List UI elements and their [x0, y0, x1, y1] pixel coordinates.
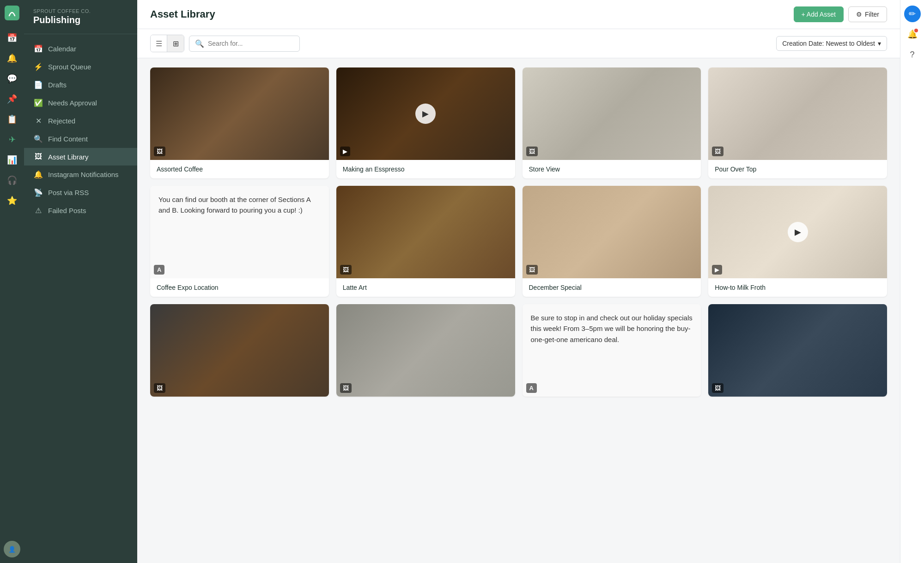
asset-type-badge: 🖼 [712, 383, 723, 393]
header-actions: + Add Asset ⚙ Filter [794, 6, 887, 22]
play-button[interactable]: ▶ [415, 104, 436, 124]
nav-notifications-icon[interactable]: 🔔 [4, 50, 20, 67]
sort-dropdown[interactable]: Creation Date: Newest to Oldest ▾ [776, 36, 887, 51]
help-icon[interactable]: ? [904, 46, 921, 63]
sidebar-item-label-calendar: Calendar [48, 45, 76, 53]
asset-image: 🖼 [708, 304, 887, 397]
asset-type-badge: 🖼 [712, 147, 723, 156]
sidebar-nav: 📅Calendar⚡Sprout Queue📄Drafts✅Needs Appr… [24, 34, 137, 225]
sidebar-item-icon-post-via-rss: 📡 [33, 188, 43, 197]
sidebar-item-label-find-content: Find Content [48, 135, 88, 143]
asset-image: 🖼 [336, 186, 515, 278]
asset-card[interactable]: 🖼 [336, 304, 515, 397]
search-box[interactable]: 🔍 [189, 36, 300, 52]
sidebar-item-calendar[interactable]: 📅Calendar [24, 40, 137, 58]
page-title: Asset Library [150, 8, 215, 20]
main-header: Asset Library + Add Asset ⚙ Filter [137, 0, 900, 29]
sidebar-item-icon-needs-approval: ✅ [33, 98, 43, 107]
sidebar-item-icon-rejected: ✕ [33, 116, 43, 125]
asset-card[interactable]: You can find our booth at the corner of … [150, 186, 329, 297]
sidebar-item-label-post-via-rss: Post via RSS [48, 189, 89, 196]
text-content: You can find our booth at the corner of … [158, 194, 321, 216]
sidebar-item-label-needs-approval: Needs Approval [48, 99, 97, 107]
add-asset-button[interactable]: + Add Asset [794, 6, 844, 22]
nav-send-icon[interactable]: ✈ [4, 131, 20, 148]
sidebar-item-icon-failed-posts: ⚠ [33, 206, 43, 215]
right-panel: ✏ 🔔 ? [900, 0, 924, 563]
sidebar-item-icon-find-content: 🔍 [33, 135, 43, 143]
sidebar-item-label-sprout-queue: Sprout Queue [48, 63, 91, 71]
asset-type-badge: 🖼 [154, 383, 165, 393]
nav-tasks-icon[interactable]: 📋 [4, 111, 20, 128]
asset-title: Latte Art [336, 278, 515, 297]
sidebar: Sprout Coffee Co. Publishing 📅Calendar⚡S… [24, 0, 137, 563]
nav-analytics-icon[interactable]: 📊 [4, 152, 20, 168]
filter-button[interactable]: ⚙ Filter [848, 6, 887, 22]
sidebar-item-icon-instagram-notifications: 🔔 [33, 170, 43, 179]
sidebar-item-label-instagram-notifications: Instagram Notifications [48, 171, 119, 178]
sidebar-item-instagram-notifications[interactable]: 🔔Instagram Notifications [24, 165, 137, 184]
asset-type-badge: 🖼 [526, 147, 538, 156]
sidebar-item-sprout-queue[interactable]: ⚡Sprout Queue [24, 58, 137, 76]
asset-title: Pour Over Top [708, 160, 887, 178]
sidebar-item-asset-library[interactable]: 🖼Asset Library [24, 148, 137, 165]
asset-type-badge: ▶ [340, 147, 350, 156]
sidebar-item-icon-asset-library: 🖼 [33, 153, 43, 161]
asset-card[interactable]: 🖼 Store View [523, 67, 701, 178]
asset-image: 🖼 [150, 67, 329, 160]
asset-image: 🖼 [523, 67, 701, 160]
user-avatar[interactable]: 👤 [4, 541, 20, 557]
asset-card[interactable]: 🖼 Latte Art [336, 186, 515, 297]
sidebar-item-icon-calendar: 📅 [33, 44, 43, 53]
chevron-down-icon: ▾ [878, 40, 881, 47]
asset-card[interactable]: 🖼 Assorted Coffee [150, 67, 329, 178]
nav-listening-icon[interactable]: 🎧 [4, 172, 20, 189]
icon-bar: 📅 🔔 💬 📌 📋 ✈ 📊 🎧 ⭐ 👤 [0, 0, 24, 563]
company-name: Sprout Coffee Co. [33, 8, 128, 14]
sidebar-item-label-drafts: Drafts [48, 81, 67, 89]
asset-card[interactable]: ▶ ▶ How-to Milk Froth [708, 186, 887, 297]
asset-title: Coffee Expo Location [150, 278, 329, 297]
search-icon: 🔍 [195, 39, 204, 48]
app-name: Publishing [33, 15, 128, 25]
sidebar-item-label-asset-library: Asset Library [48, 153, 89, 161]
search-input[interactable] [208, 40, 294, 47]
sidebar-item-post-via-rss[interactable]: 📡Post via RSS [24, 184, 137, 202]
grid-view-button[interactable]: ⊞ [167, 35, 184, 52]
asset-card[interactable]: ▶ ▶ Making an Esspresso [336, 67, 515, 178]
asset-title: Assorted Coffee [150, 160, 329, 178]
asset-title: December Special [523, 278, 701, 297]
toolbar: ☰ ⊞ 🔍 Creation Date: Newest to Oldest ▾ [137, 29, 900, 58]
asset-title: Store View [523, 160, 701, 178]
sidebar-item-drafts[interactable]: 📄Drafts [24, 76, 137, 94]
play-button[interactable]: ▶ [788, 222, 808, 242]
asset-title: Making an Esspresso [336, 160, 515, 178]
asset-image: ▶ ▶ [708, 186, 887, 278]
nav-pin-icon[interactable]: 📌 [4, 91, 20, 107]
text-content: Be sure to stop in and check out our hol… [531, 312, 693, 345]
asset-card[interactable]: 🖼 Pour Over Top [708, 67, 887, 178]
sidebar-item-find-content[interactable]: 🔍Find Content [24, 130, 137, 148]
sidebar-item-rejected[interactable]: ✕Rejected [24, 112, 137, 130]
notification-icon[interactable]: 🔔 [904, 26, 921, 43]
asset-card[interactable]: 🖼 [708, 304, 887, 397]
asset-type-badge: 🖼 [526, 265, 538, 275]
asset-image: 🖼 [150, 304, 329, 397]
nav-reviews-icon[interactable]: ⭐ [4, 192, 20, 209]
asset-card[interactable]: Be sure to stop in and check out our hol… [523, 304, 701, 397]
sidebar-item-label-rejected: Rejected [48, 117, 75, 125]
asset-card[interactable]: 🖼 [150, 304, 329, 397]
nav-messages-icon[interactable]: 💬 [4, 70, 20, 87]
compose-button[interactable]: ✏ [904, 6, 921, 22]
logo-icon[interactable] [5, 6, 19, 20]
main-content: Asset Library + Add Asset ⚙ Filter ☰ ⊞ 🔍… [137, 0, 900, 563]
sidebar-item-needs-approval[interactable]: ✅Needs Approval [24, 94, 137, 112]
list-view-button[interactable]: ☰ [151, 35, 167, 52]
asset-grid: 🖼 Assorted Coffee ▶ ▶ Making an Esspress… [150, 67, 887, 397]
asset-card[interactable]: 🖼 December Special [523, 186, 701, 297]
content-area: 🖼 Assorted Coffee ▶ ▶ Making an Esspress… [137, 58, 900, 563]
sidebar-header: Sprout Coffee Co. Publishing [24, 0, 137, 34]
nav-publishing-icon[interactable]: 📅 [4, 30, 20, 46]
sidebar-item-failed-posts[interactable]: ⚠Failed Posts [24, 202, 137, 220]
asset-type-badge: 🖼 [154, 147, 165, 156]
